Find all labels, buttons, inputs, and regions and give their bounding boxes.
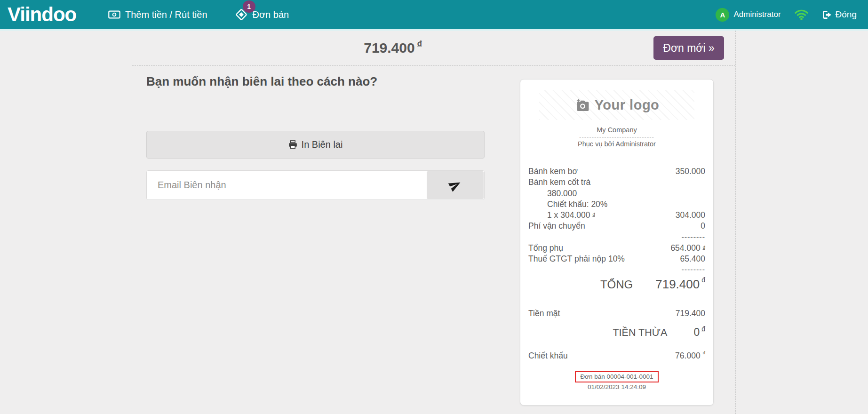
order-summary-row: 719.400đ Đơn mới » [132, 31, 735, 66]
receipt-payment-block: Tiền mặt 719.400 TIỀN THỪA 0đ Chiết khấu… [528, 309, 705, 361]
currency-symbol: đ [592, 212, 595, 217]
order-ticket-icon: 1 [235, 8, 248, 21]
cash-in-out-button[interactable]: Thêm tiền / Rút tiền [108, 0, 207, 29]
line-original-price: 380.000 [528, 188, 577, 199]
receipt-line: 1 x 304.000đ 304.000 [528, 210, 705, 221]
receipt-totals: Tổng phụ 654.000đ Thuế GTGT phải nộp 10%… [528, 243, 705, 265]
send-email-button[interactable] [427, 171, 484, 199]
receipt-line: Chiết khấu: 20% [528, 199, 705, 210]
receipt-logo: Your logo [539, 90, 694, 120]
receipt-line: Bánh kem bơ 350.000 [528, 166, 705, 177]
printer-icon [288, 140, 297, 149]
receipt-order-lines: Bánh kem bơ 350.000 Bánh kem cốt trà 380… [528, 166, 705, 232]
cash-in-out-label: Thêm tiền / Rút tiền [125, 9, 207, 20]
grand-total-amount: 719.400đ [655, 277, 705, 292]
wifi-status-icon [794, 9, 809, 20]
email-receipt-row [146, 170, 485, 200]
receipt-served-by: Phục vụ bởi Administrator [528, 140, 705, 148]
line-qty-price: 1 x 304.000đ [528, 210, 595, 221]
grand-total-row: TỔNG 719.400đ [528, 277, 705, 292]
receipt-company-name: My Company [528, 126, 705, 134]
receipt-separator: -------- [528, 232, 705, 242]
receipt-preview: Your logo My Company -------------------… [520, 79, 714, 406]
line-price: 350.000 [676, 166, 705, 177]
receipt-line: Phí vận chuyển 0 [528, 221, 705, 231]
navbar-right: A Administrator Đóng [716, 8, 857, 22]
email-receipt-input[interactable] [147, 171, 424, 199]
discount-row: Chiết khấu 76.000đ [528, 351, 705, 361]
user-name: Administrator [733, 10, 780, 19]
change-label: TIỀN THỪA [613, 327, 667, 339]
payment-amount: 719.400 [676, 309, 705, 318]
viindoo-logo: Viindoo [8, 3, 102, 26]
receipt-footer: Đơn bán 00004-001-0001 01/02/2023 14:24:… [528, 371, 705, 390]
receipt-line: Bánh kem cốt trà [528, 177, 705, 188]
close-session-label: Đóng [836, 9, 857, 20]
line-price: 304.000 [676, 210, 705, 221]
change-row: TIỀN THỪA 0đ [528, 326, 705, 339]
receipt-question-heading: Bạn muốn nhận biên lai theo cách nào? [146, 74, 504, 89]
order-total-amount: 719.400 [364, 40, 414, 56]
currency-symbol: đ [701, 276, 705, 284]
user-menu[interactable]: A Administrator [716, 8, 780, 22]
paper-plane-icon [449, 179, 462, 191]
grand-total-label: TỔNG [600, 278, 633, 291]
currency-symbol: đ [417, 39, 422, 48]
print-receipt-button[interactable]: In Biên lai [146, 131, 485, 159]
order-total: 719.400đ [132, 40, 653, 56]
line-discount: Chiết khấu: 20% [528, 199, 607, 210]
receipt-header-separator: ------------------------------ [528, 134, 705, 140]
receipt-separator: -------- [528, 264, 705, 274]
currency-symbol: đ [701, 325, 705, 333]
line-name: Phí vận chuyển [528, 221, 585, 231]
payment-method: Tiền mặt [528, 309, 560, 318]
top-navbar: Viindoo Thêm tiền / Rút tiền 1 Đơn bán A [0, 0, 868, 29]
change-amount: 0đ [693, 326, 705, 339]
camera-plus-icon [574, 99, 589, 111]
line-name: Bánh kem cốt trà [528, 177, 590, 188]
close-session-button[interactable]: Đóng [822, 9, 857, 20]
print-receipt-label: In Biên lai [302, 139, 343, 150]
discount-amount: 76.000đ [675, 351, 705, 361]
tax-row: Thuế GTGT phải nộp 10% 65.400 [528, 254, 705, 264]
avatar: A [716, 8, 729, 22]
orders-button[interactable]: 1 Đơn bán [235, 0, 289, 29]
order-datetime: 01/02/2023 14:24:09 [528, 383, 705, 390]
tax-amount: 65.400 [680, 254, 705, 264]
line-name: Bánh kem bơ [528, 166, 578, 177]
receipt-logo-text: Your logo [595, 97, 660, 113]
order-reference-highlighted: Đơn bán 00004-001-0001 [575, 371, 658, 382]
currency-symbol: đ [703, 245, 705, 250]
subtotal-row: Tổng phụ 654.000đ [528, 243, 705, 254]
logout-icon [822, 10, 832, 20]
subtotal-amount: 654.000đ [670, 243, 705, 254]
receipt-line: 380.000 [528, 188, 705, 199]
discount-label: Chiết khấu [528, 351, 568, 361]
payment-row: Tiền mặt 719.400 [528, 309, 705, 318]
money-icon [108, 10, 120, 19]
orders-count-badge: 1 [243, 0, 255, 13]
tax-label: Thuế GTGT phải nộp 10% [528, 254, 625, 264]
new-order-button[interactable]: Đơn mới » [653, 36, 724, 60]
orders-label: Đơn bán [253, 9, 289, 20]
subtotal-label: Tổng phụ [528, 243, 563, 254]
currency-symbol: đ [703, 350, 705, 355]
line-price: 0 [701, 221, 705, 231]
